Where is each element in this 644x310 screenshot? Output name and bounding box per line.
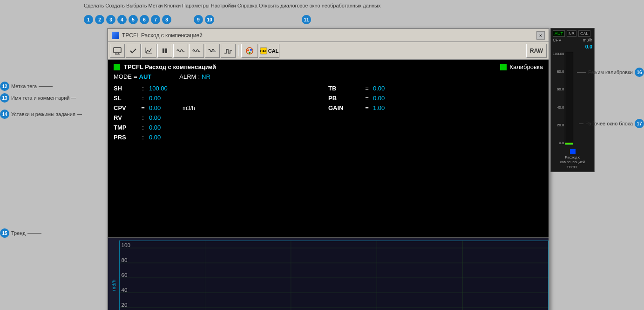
ann-line-17 [579,124,583,124]
rp-gauge-label-100: 100.00 [553,52,564,56]
param-cpv: CPV = 0.00 m3/h [114,104,328,111]
ann-label-13: Имя тега и комментарий [11,95,69,101]
num-3: 3 [106,15,115,24]
rp-mode-row: AUT NR CAL [553,30,592,37]
mode-alarm-row: MODE = AUT ALRM : NR [114,73,543,80]
rp-cpv-row: CPV m3/h [553,38,592,42]
main-window: TPCFL Расход с компенсацией × [107,28,549,310]
svg-point-11 [249,52,251,54]
wave3-button[interactable] [205,44,220,58]
rp-tag-color-indicator [570,149,576,154]
svg-text:80: 80 [122,258,128,263]
svg-rect-7 [165,48,167,53]
rp-tag-info: Расход с компенсацией TPCFL [553,149,592,170]
annotation-13: 13 Имя тега и комментарий [0,93,76,103]
alrm-label: ALRM [179,73,196,80]
rp-cpv-label: CPV [553,38,562,42]
ann-num-14: 14 [0,110,9,119]
param-gain: GAIN = 1.00 [328,104,543,111]
wave4-button[interactable] [221,44,236,58]
num-4: 4 [117,15,127,24]
trend-svg: 100 80 60 40 20 0 [119,241,549,310]
rp-gauge-label-0: 0.0 [559,141,564,145]
param-prs: PRS : 0.00 [114,134,328,141]
ann-line-13 [71,98,76,98]
check-button[interactable] [126,44,141,58]
ann-num-13: 13 [0,93,9,103]
raw-label: RAW [530,48,543,54]
svg-text:100: 100 [122,243,130,248]
num-10: 10 [205,15,214,24]
rp-unit-label: m3/h [583,38,592,42]
trend-inner: m3/h [108,241,549,310]
monitor-button[interactable] [110,44,125,58]
svg-point-9 [247,49,249,51]
alrm-sep: : [198,73,200,80]
annotation-12: 12 Метка тега [0,82,53,91]
content-area: TPCFL Расход с компенсацией Калибровка M… [108,60,549,237]
num-2: 2 [95,15,104,24]
wave2-button[interactable] [189,44,204,58]
top-label-text: Сделать Создать Выбрать Метки Кнопки Пар… [84,3,380,8]
alrm-group: ALRM : NR [179,73,210,80]
wave1-button[interactable] [173,44,188,58]
window-close-button[interactable]: × [536,31,545,40]
pause-button[interactable] [157,44,172,58]
palette-button[interactable] [241,44,258,58]
trend-y-axis-label: m3/h [108,241,119,310]
ann-num-17: 17 [635,119,644,128]
cal-button[interactable]: CAL CAL [259,44,279,58]
ann-line-14 [77,114,82,115]
rp-gauge-label-60: 60.0 [557,87,564,91]
ann-label-14: Уставки и режимы задания [11,111,75,117]
param-pb: PB = 0.00 [328,95,543,102]
ann-num-15: 15 [0,228,9,238]
rp-gauge-labels: 100.00 80.0 60.0 40.0 20.0 0.0 [553,52,564,145]
ann-line-15 [27,233,41,234]
ann-label-17: Рабочее окно блока [585,121,633,126]
annotation-15: 15 Тренд [0,228,41,238]
rp-aut-label: AUT [553,30,565,37]
ann-num-16: 16 [635,68,644,77]
toolbar-numbers-row: 1 2 3 4 5 6 7 8 9 10 11 [0,14,644,25]
cal-status-indicator [500,64,507,70]
cal-badge: Калибровка [500,63,543,70]
annotation-16: Режим калибровки 16 [577,68,644,77]
ann-num-12: 12 [0,82,9,91]
rp-tag-name: Расход с компенсацией TPCFL [553,155,592,170]
svg-text:40: 40 [122,288,128,293]
ann-line-16 [577,72,586,73]
rp-gauge-label-20: 20.0 [557,123,564,127]
tag-header: TPCFL Расход с компенсацией Калибровка [114,63,543,70]
rp-value: 0.0 [585,44,592,49]
annotation-17: Рабочее окно блока 17 [579,119,644,128]
right-panel: AUT NR CAL CPV m3/h 0.0 100.00 80.0 60.0… [550,28,595,172]
tag-title: TPCFL Расход с компенсацией [124,63,216,70]
param-tmp: TMP : 0.00 [114,124,328,131]
trend-area: m3/h [108,237,549,310]
param-tb: TB = 0.00 [328,85,543,92]
mode-sep: = [134,73,137,80]
mode-value: AUT [139,73,152,80]
window-title: TPCFL Расход с компенсацией [122,32,203,39]
num-9: 9 [194,15,203,24]
svg-text:CAL: CAL [260,49,267,53]
mode-label: MODE [114,73,132,80]
raw-button[interactable]: RAW [526,44,547,58]
rp-gauge-bar [565,52,573,145]
num-5: 5 [129,15,138,24]
trend-chart: 100 80 60 40 20 0 26.10.2023 09:36:00 26… [119,241,549,310]
num-6: 6 [140,15,149,24]
rp-cal-label: CAL [578,30,590,37]
svg-text:60: 60 [122,273,128,278]
chart-button[interactable] [142,44,156,58]
params-grid: SH : 100.00 TB = 0.00 SL : 0.00 PB = 0.0… [114,85,543,141]
mode-group: MODE = AUT [114,73,151,80]
svg-rect-6 [163,48,164,53]
rp-gauge-label-80: 80.0 [557,69,564,74]
cal-badge-label: Калибровка [509,63,543,70]
window-titlebar: TPCFL Расход с компенсацией × [108,29,549,42]
rp-gauge-label-40: 40.0 [557,105,564,110]
alrm-value: NR [202,73,210,80]
ann-line-12 [39,86,53,87]
